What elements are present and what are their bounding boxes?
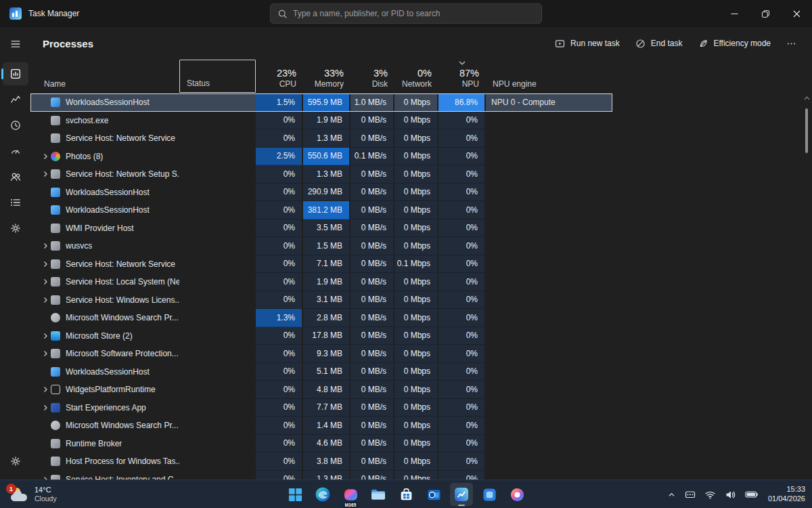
sidebar-item-users[interactable] bbox=[3, 165, 28, 188]
process-row[interactable]: svchost.exe0%1.9 MB0 MB/s0 Mbps0% bbox=[30, 112, 612, 130]
sidebar-item-processes[interactable] bbox=[3, 62, 28, 85]
run-new-task-button[interactable]: Run new task bbox=[547, 33, 627, 54]
column-header-cpu[interactable]: 23% CPU bbox=[256, 60, 303, 93]
cell-network: 0 Mbps bbox=[394, 291, 438, 310]
tray-wifi-button[interactable] bbox=[703, 488, 717, 502]
search-input[interactable] bbox=[293, 9, 535, 18]
cell-memory: 3.1 MB bbox=[303, 291, 351, 310]
users-icon bbox=[9, 171, 22, 183]
cell-memory: 1.9 MB bbox=[303, 112, 351, 130]
expand-chevron-icon[interactable] bbox=[40, 333, 51, 339]
tray-volume-button[interactable] bbox=[723, 488, 738, 502]
sidebar-item-services[interactable] bbox=[3, 217, 28, 240]
column-header-npu[interactable]: 87% NPU bbox=[438, 60, 486, 93]
taskbar-photos-button[interactable] bbox=[505, 483, 528, 506]
expand-chevron-icon[interactable] bbox=[40, 386, 51, 393]
m365-badge: M365 bbox=[343, 503, 357, 507]
process-name: WidgetsPlatformRuntime bbox=[66, 385, 156, 394]
expand-chevron-icon[interactable] bbox=[40, 278, 51, 285]
expand-chevron-icon[interactable] bbox=[40, 242, 51, 249]
cell-memory: 4.6 MB bbox=[303, 435, 351, 453]
process-row[interactable]: WMI Provider Host0%3.5 MB0 MB/s0 Mbps0% bbox=[30, 219, 612, 238]
process-row[interactable]: Host Process for Windows Tas...0%3.8 MB0… bbox=[30, 452, 612, 471]
scrollbar-thumb[interactable] bbox=[805, 108, 808, 153]
taskbar-microsoft-store-button[interactable] bbox=[394, 483, 418, 506]
process-row[interactable]: Service Host: Network Setup S...0%1.3 MB… bbox=[30, 165, 612, 184]
expand-chevron-icon[interactable] bbox=[40, 404, 51, 411]
process-row[interactable]: Service Host: Inventory and C...0%1.3 MB… bbox=[30, 471, 612, 480]
taskbar-start-button[interactable] bbox=[284, 483, 307, 506]
taskbar-center: M365 bbox=[284, 480, 528, 508]
process-name: Start Experiences App bbox=[66, 403, 146, 412]
cell-memory: 1.3 MB bbox=[303, 165, 351, 184]
expand-chevron-icon[interactable] bbox=[40, 350, 51, 357]
cell-disk: 0 MB/s bbox=[351, 165, 394, 184]
column-header-network[interactable]: 0% Network bbox=[394, 60, 438, 93]
expand-chevron-icon[interactable] bbox=[40, 261, 51, 268]
process-row[interactable]: Microsoft Store (2)0%17.8 MB0 MB/s0 Mbps… bbox=[30, 327, 612, 345]
process-row[interactable]: wusvcs0%1.5 MB0 MB/s0 Mbps0% bbox=[30, 237, 612, 255]
expand-chevron-icon[interactable] bbox=[40, 297, 51, 303]
weather-widget[interactable]: 1 14°C Cloudy bbox=[7, 480, 57, 508]
more-options-button[interactable] bbox=[779, 33, 804, 54]
taskbar-file-explorer-button[interactable] bbox=[367, 483, 390, 506]
taskbar-m365-copilot-button[interactable]: M365 bbox=[339, 483, 362, 506]
process-row[interactable]: Photos (8)2.5%550.6 MB0.1 MB/s0 Mbps0% bbox=[30, 148, 612, 166]
sidebar-item-settings[interactable] bbox=[3, 450, 28, 473]
taskbar-clock[interactable]: 15:33 01/04/2026 bbox=[768, 485, 805, 504]
taskbar-task-manager-button[interactable] bbox=[450, 483, 473, 506]
cell-disk: 0 MB/s bbox=[351, 381, 394, 399]
column-header-memory[interactable]: 33% Memory bbox=[303, 60, 351, 93]
close-button[interactable] bbox=[781, 0, 812, 27]
process-row[interactable]: WorkloadsSessionHost0%381.2 MB0 MB/s0 Mb… bbox=[30, 201, 612, 219]
column-header-name[interactable]: Name bbox=[30, 60, 179, 93]
cell-network: 0.1 Mbps bbox=[394, 255, 438, 274]
process-row[interactable]: WorkloadsSessionHost0%290.9 MB0 MB/s0 Mb… bbox=[30, 184, 612, 202]
cell-npu-engine bbox=[486, 165, 612, 184]
cell-memory: 5.1 MB bbox=[303, 363, 351, 381]
column-header-status[interactable]: Status bbox=[179, 60, 256, 93]
end-task-button[interactable]: End task bbox=[628, 33, 690, 54]
expand-chevron-icon[interactable] bbox=[40, 153, 51, 160]
process-name: svchost.exe bbox=[66, 116, 108, 125]
expand-chevron-icon[interactable] bbox=[40, 171, 51, 177]
cell-disk: 0 MB/s bbox=[351, 184, 394, 202]
maximize-button[interactable] bbox=[750, 0, 781, 27]
process-row[interactable]: WorkloadsSessionHost0%5.1 MB0 MB/s0 Mbps… bbox=[30, 363, 612, 381]
process-row[interactable]: WidgetsPlatformRuntime0%4.8 MB0 MB/s0 Mb… bbox=[30, 381, 612, 399]
efficiency-mode-button[interactable]: Efficiency mode bbox=[691, 33, 778, 54]
tray-device-button[interactable] bbox=[683, 488, 697, 501]
taskbar-blue-app-button[interactable] bbox=[478, 483, 501, 506]
process-row[interactable]: Microsoft Windows Search Pr...1.3%2.8 MB… bbox=[30, 309, 612, 327]
sidebar-item-app-history[interactable] bbox=[3, 114, 28, 137]
cell-network: 0 Mbps bbox=[394, 417, 438, 435]
minimize-button[interactable] bbox=[719, 0, 750, 27]
process-icon bbox=[51, 116, 60, 125]
sidebar-item-startup-apps[interactable] bbox=[3, 140, 28, 163]
column-header-npu-engine[interactable]: NPU engine bbox=[486, 60, 612, 93]
tray-hidden-icons-button[interactable] bbox=[666, 489, 677, 501]
process-row[interactable]: Start Experiences App0%7.7 MB0 MB/s0 Mbp… bbox=[30, 399, 612, 417]
sidebar-item-performance[interactable] bbox=[3, 88, 28, 111]
taskbar-edge-button[interactable] bbox=[311, 483, 334, 506]
process-row[interactable]: Service Host: Network Service0%1.3 MB0 M… bbox=[30, 129, 612, 148]
taskbar-outlook-button[interactable] bbox=[422, 483, 445, 506]
process-row[interactable]: Runtime Broker0%4.6 MB0 MB/s0 Mbps0% bbox=[30, 435, 612, 453]
process-row[interactable]: Service Host: Network Service0%7.1 MB0 M… bbox=[30, 255, 612, 274]
process-row[interactable]: Microsoft Windows Search Pr...0%1.4 MB0 … bbox=[30, 417, 612, 435]
cell-npu: 0% bbox=[438, 129, 486, 148]
column-header-disk[interactable]: 3% Disk bbox=[351, 60, 394, 93]
sidebar-item-details[interactable] bbox=[3, 191, 28, 214]
cell-cpu: 0% bbox=[256, 363, 303, 381]
tray-battery-button[interactable] bbox=[744, 488, 760, 501]
cell-network: 0 Mbps bbox=[394, 165, 438, 184]
process-name: Runtime Broker bbox=[66, 439, 122, 448]
process-row[interactable]: Service Host: Local System (Ne...0%1.9 M… bbox=[30, 273, 612, 291]
process-row[interactable]: Microsoft Software Protection...0%9.3 MB… bbox=[30, 345, 612, 363]
process-row[interactable]: WorkloadsSessionHost1.5%595.9 MB1.0 MB/s… bbox=[30, 93, 612, 112]
scroll-up-arrow-icon[interactable] bbox=[803, 96, 810, 100]
sidebar-item-menu[interactable] bbox=[3, 33, 28, 56]
scrollbar[interactable] bbox=[803, 95, 810, 477]
process-row[interactable]: Service Host: Windows Licens...0%3.1 MB0… bbox=[30, 291, 612, 310]
search-box[interactable] bbox=[270, 3, 542, 24]
